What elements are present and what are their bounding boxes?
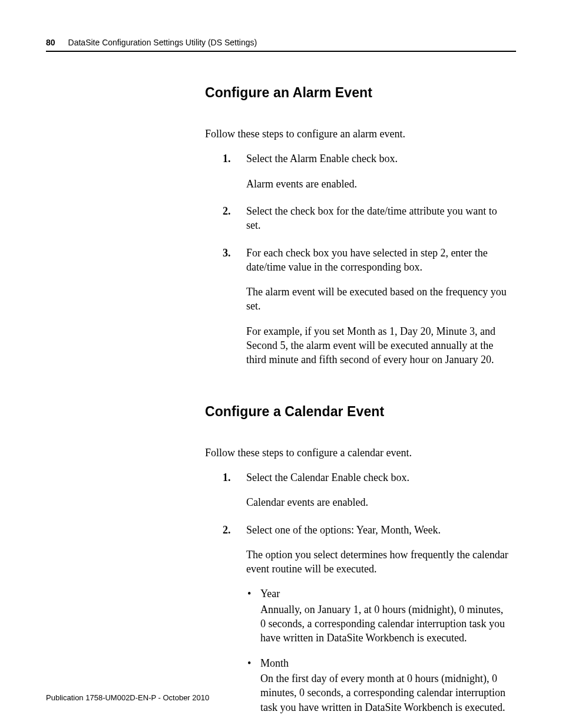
bullet-desc: On the first day of every month at 0 hou…: [260, 671, 510, 714]
chapter-title: DataSite Configuration Settings Utility …: [68, 38, 257, 47]
footer-publication: Publication 1758-UM002D-EN-P - October 2…: [46, 693, 209, 702]
step-note: The alarm event will be executed based o…: [246, 285, 510, 314]
page-number: 80: [46, 38, 55, 47]
step-note: For example, if you set Month as 1, Day …: [246, 324, 510, 367]
list-item: 2. Select one of the options: Year, Mont…: [214, 523, 510, 728]
document-page: 80 DataSite Configuration Settings Utili…: [0, 0, 562, 728]
bullet-desc: Annually, on January 1, at 0 hours (midn…: [260, 602, 510, 645]
bullet-item: Month On the first day of every month at…: [246, 656, 510, 714]
list-item: 3. For each check box you have selected …: [214, 246, 510, 367]
step-number: 1.: [223, 151, 231, 166]
step-text: Select one of the options: Year, Month, …: [246, 524, 441, 536]
step-number: 1.: [223, 470, 231, 485]
step-note: Alarm events are enabled.: [246, 177, 510, 191]
step-number: 2.: [223, 204, 231, 218]
step-text: Select the Alarm Enable check box.: [246, 153, 398, 164]
list-item: 2. Select the check box for the date/tim…: [214, 204, 510, 233]
bullet-label: Year: [260, 587, 510, 601]
section1-steps: 1. Select the Alarm Enable check box. Al…: [205, 151, 510, 367]
step-number: 3.: [223, 246, 231, 260]
section2-intro: Follow these steps to configure a calend…: [205, 446, 510, 460]
bullet-label: Week: [260, 725, 510, 728]
bullet-item: Week On the Monday of every week at 0 ho…: [246, 725, 510, 728]
list-item: 1. Select the Calendar Enable check box.…: [214, 470, 510, 510]
bullet-list: Year Annually, on January 1, at 0 hours …: [246, 587, 510, 728]
page-content: Configure an Alarm Event Follow these st…: [205, 84, 510, 728]
page-header: 80 DataSite Configuration Settings Utili…: [46, 38, 516, 52]
step-text: For each check box you have selected in …: [246, 247, 488, 273]
section1-intro: Follow these steps to configure an alarm…: [205, 127, 510, 141]
step-note: The option you select determines how fre…: [246, 548, 510, 577]
bullet-item: Year Annually, on January 1, at 0 hours …: [246, 587, 510, 645]
step-text: Select the Calendar Enable check box.: [246, 472, 409, 483]
section-heading-calendar: Configure a Calendar Event: [205, 403, 510, 421]
step-text: Select the check box for the date/time a…: [246, 205, 497, 231]
step-number: 2.: [223, 523, 231, 537]
step-note: Calendar events are enabled.: [246, 495, 510, 509]
section2-steps: 1. Select the Calendar Enable check box.…: [205, 470, 510, 728]
section-heading-alarm: Configure an Alarm Event: [205, 84, 510, 102]
list-item: 1. Select the Alarm Enable check box. Al…: [214, 151, 510, 191]
bullet-label: Month: [260, 656, 510, 670]
